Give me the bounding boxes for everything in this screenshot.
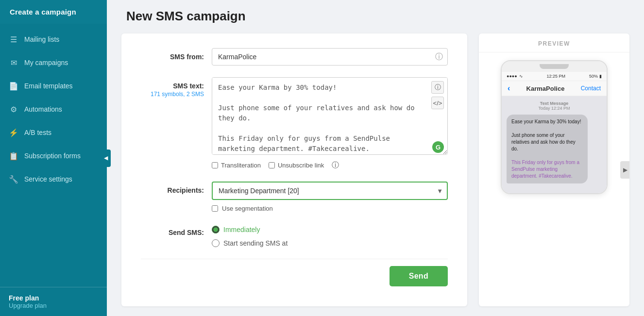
page-title: New SMS campaign xyxy=(126,9,625,24)
send-sms-label: Send SMS: xyxy=(141,224,204,236)
transliteration-checkbox-label[interactable]: Transliteration xyxy=(212,162,261,169)
preview-header: PREVIEW xyxy=(479,33,629,52)
sms-from-input[interactable] xyxy=(212,48,448,66)
textarea-options: Transliteration Unsubscribe link ⓘ xyxy=(212,161,448,170)
ab-icon: ⚡ xyxy=(9,128,18,137)
sidebar-item-ab-tests[interactable]: ⚡ A/B tests xyxy=(0,121,107,144)
code-icon[interactable]: </> xyxy=(431,97,444,109)
sidebar-bottom: Free plan Upgrade plan xyxy=(0,287,107,316)
wifi-icon: ∿ xyxy=(519,74,523,79)
sidebar: Create a campaign ☰ Mailing lists ✉ My c… xyxy=(0,0,107,316)
help-icon[interactable]: ⓘ xyxy=(431,81,444,94)
create-campaign-button[interactable]: Create a campaign xyxy=(0,0,107,24)
sms-text-label: SMS text: 171 symbols, 2 SMS xyxy=(141,77,204,98)
unsubscribe-help-icon[interactable]: ⓘ xyxy=(332,161,339,170)
msg-text-1: Ease your Karma by 30% today! xyxy=(511,119,581,124)
upgrade-link[interactable]: Upgrade plan xyxy=(9,302,98,309)
sidebar-nav: ☰ Mailing lists ✉ My campaigns 📄 Email t… xyxy=(0,24,107,287)
immediately-text: Immediately xyxy=(223,226,260,233)
send-sms-control-wrap: Immediately Start sending SMS at xyxy=(212,224,448,247)
textarea-toolbar: ⓘ </> xyxy=(431,81,444,109)
unsubscribe-link-checkbox[interactable] xyxy=(269,162,275,168)
send-button[interactable]: Send xyxy=(390,266,448,286)
main-content: New SMS campaign SMS from: ⓘ SMS text: 1… xyxy=(107,0,644,316)
message-bubble: Ease your Karma by 30% today! Just phone… xyxy=(507,115,588,183)
page-header: New SMS campaign xyxy=(107,0,644,29)
sidebar-item-my-campaigns[interactable]: ✉ My campaigns xyxy=(0,51,107,74)
phone-notch xyxy=(540,64,569,69)
list-icon: ☰ xyxy=(9,34,18,44)
sidebar-item-label: Mailing lists xyxy=(24,35,59,43)
sidebar-item-email-templates[interactable]: 📄 Email templates xyxy=(0,74,107,98)
campaign-form-card: SMS from: ⓘ SMS text: 171 symbols, 2 SMS… xyxy=(121,33,467,306)
sidebar-collapse-button[interactable]: ◀ xyxy=(101,150,111,167)
sidebar-item-service-settings[interactable]: 🔧 Service settings xyxy=(0,167,107,191)
phone-nav-bar: ‹ KarmaPolice Contact xyxy=(502,81,607,96)
sms-from-input-wrap: ⓘ xyxy=(212,48,448,66)
sidebar-item-automations[interactable]: ⚙ Automations xyxy=(0,98,107,121)
phone-contact-name: KarmaPolice xyxy=(526,85,565,92)
sms-symbols-count: 171 symbols, 2 SMS xyxy=(141,91,204,98)
automations-icon: ⚙ xyxy=(9,104,18,114)
message-timestamp: Text Message Today 12:24 PM xyxy=(507,101,602,111)
sidebar-item-subscription-forms[interactable]: 📋 Subscription forms xyxy=(0,144,107,167)
sidebar-item-label: A/B tests xyxy=(24,129,51,136)
phone-contact-link: Contact xyxy=(581,85,601,92)
sms-text-input[interactable]: Ease your Karma by 30% today! Just phone… xyxy=(212,77,448,155)
preview-panel: PREVIEW ▶ ●●●● ∿ 12:25 PM 50% ▮ xyxy=(479,33,629,306)
sidebar-item-label: Automations xyxy=(24,105,62,113)
recipients-select-wrap: Marketing Department [20] ▼ xyxy=(212,182,448,200)
phone-message-area: Text Message Today 12:24 PM Ease your Ka… xyxy=(502,96,607,193)
sms-from-field-wrap: ⓘ xyxy=(212,48,448,66)
send-sms-row: Send SMS: Immediately Start sending SMS … xyxy=(141,224,448,247)
grammarly-icon: G xyxy=(432,141,444,153)
recipients-row: Recipients: Marketing Department [20] ▼ … xyxy=(141,182,448,212)
use-segmentation-label[interactable]: Use segmentation xyxy=(212,205,448,212)
sms-text-control-wrap: Ease your Karma by 30% today! Just phone… xyxy=(212,77,448,170)
sidebar-item-label: My campaigns xyxy=(24,59,68,67)
template-icon: 📄 xyxy=(9,81,18,91)
phone-top xyxy=(502,61,607,72)
sidebar-item-label: Email templates xyxy=(24,82,73,90)
plan-name: Free plan xyxy=(9,294,98,302)
sub-icon: 📋 xyxy=(9,151,18,161)
battery-icon: ▮ xyxy=(599,74,602,79)
use-segmentation-checkbox[interactable] xyxy=(212,205,218,212)
settings-icon: 🔧 xyxy=(9,174,18,184)
content-area: SMS from: ⓘ SMS text: 171 symbols, 2 SMS… xyxy=(107,29,644,316)
dots-icon: ●●●● xyxy=(507,74,517,79)
sidebar-item-label: Service settings xyxy=(24,175,72,183)
sidebar-item-mailing-lists[interactable]: ☰ Mailing lists xyxy=(0,28,107,51)
schedule-radio-label[interactable]: Start sending SMS at xyxy=(212,239,448,247)
phone-mockup: ●●●● ∿ 12:25 PM 50% ▮ ‹ KarmaPolice Cont… xyxy=(501,60,608,194)
immediately-radio[interactable] xyxy=(212,226,220,233)
unsubscribe-link-label: Unsubscribe link xyxy=(278,162,324,169)
phone-status-bar: ●●●● ∿ 12:25 PM 50% ▮ xyxy=(502,72,607,81)
sidebar-item-label: Subscription forms xyxy=(24,152,81,160)
sms-textarea-wrap: Ease your Karma by 30% today! Just phone… xyxy=(212,77,448,157)
phone-time: 12:25 PM xyxy=(547,74,566,79)
unsubscribe-link-checkbox-label[interactable]: Unsubscribe link xyxy=(269,162,324,169)
transliteration-checkbox[interactable] xyxy=(212,162,218,168)
transliteration-label: Transliteration xyxy=(221,162,261,169)
campaign-icon: ✉ xyxy=(9,58,18,67)
msg-text-3: This Friday only for guys from a SendPul… xyxy=(511,160,579,179)
schedule-radio[interactable] xyxy=(212,239,220,247)
back-icon: ‹ xyxy=(508,84,510,93)
schedule-text: Start sending SMS at xyxy=(223,239,288,247)
sms-from-help-icon[interactable]: ⓘ xyxy=(435,52,443,62)
phone-battery: 50% ▮ xyxy=(589,74,602,79)
recipients-label: Recipients: xyxy=(141,182,204,194)
msg-text-2: Just phone some of your relatives and as… xyxy=(511,133,576,151)
send-row: Send xyxy=(141,259,448,286)
msg-title: Text Message xyxy=(507,101,602,106)
recipients-control-wrap: Marketing Department [20] ▼ Use segmenta… xyxy=(212,182,448,212)
recipients-select[interactable]: Marketing Department [20] xyxy=(212,182,448,200)
phone-signal-icons: ●●●● ∿ xyxy=(507,74,523,79)
immediately-radio-label[interactable]: Immediately xyxy=(212,226,448,233)
battery-percent: 50% xyxy=(589,74,598,79)
use-segmentation-text: Use segmentation xyxy=(222,205,273,212)
sms-text-row: SMS text: 171 symbols, 2 SMS Ease your K… xyxy=(141,77,448,170)
preview-toggle-button[interactable]: ▶ xyxy=(620,161,629,179)
msg-time: Today 12:24 PM xyxy=(507,106,602,111)
